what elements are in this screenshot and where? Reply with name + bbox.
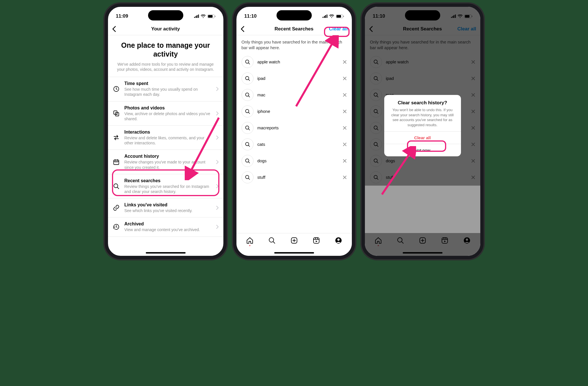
dynamic-island	[148, 10, 183, 20]
home-icon[interactable]	[246, 237, 254, 244]
chevron-right-icon	[216, 206, 219, 210]
row-subtitle: Review and delete likes, comments, and y…	[124, 135, 211, 146]
searches-list: apple watch ipad mac iphone	[236, 52, 352, 186]
svg-line-34	[248, 178, 250, 179]
search-icon	[113, 183, 120, 190]
search-row[interactable]: mac	[242, 87, 347, 103]
back-icon[interactable]	[240, 26, 244, 32]
remove-icon[interactable]	[343, 175, 347, 179]
row-title: Time spent	[124, 81, 211, 86]
dialog-clear-all-button[interactable]: Clear all	[384, 131, 461, 144]
dialog-text: You won't be able to undo this. If you c…	[389, 107, 456, 127]
cellular-icon	[323, 14, 327, 18]
search-term: cats	[257, 142, 339, 147]
hero: One place to manage your activity We've …	[108, 35, 223, 77]
home-indicator	[146, 252, 186, 254]
back-icon[interactable]	[112, 26, 116, 32]
remove-icon[interactable]	[343, 60, 347, 64]
search-icon	[242, 122, 254, 134]
row-title: Account history	[124, 154, 211, 159]
media-icon	[113, 110, 120, 117]
svg-line-30	[248, 145, 250, 146]
row-subtitle: View, archive or delete photos and video…	[124, 111, 211, 121]
row-archived[interactable]: Archived View and manage content you've …	[108, 217, 223, 236]
battery-icon	[336, 14, 344, 18]
remove-icon[interactable]	[343, 109, 347, 113]
svg-line-22	[248, 79, 250, 80]
row-title: Recent searches	[124, 178, 211, 183]
phone-recent-searches: 11:10 Recent Searches Clear all Only thi…	[233, 3, 355, 259]
search-icon	[242, 171, 254, 183]
svg-point-12	[117, 162, 118, 163]
row-title: Photos and videos	[124, 105, 211, 111]
cellular-icon	[194, 14, 199, 18]
row-title: Interactions	[124, 130, 211, 135]
battery-icon	[207, 14, 215, 18]
remove-icon[interactable]	[343, 93, 347, 97]
chevron-right-icon	[216, 160, 219, 164]
search-icon	[242, 89, 254, 101]
svg-point-45	[337, 238, 340, 241]
svg-line-36	[273, 242, 275, 243]
wifi-icon	[201, 14, 206, 18]
svg-line-24	[248, 96, 250, 97]
chevron-right-icon	[216, 111, 219, 116]
remove-icon[interactable]	[343, 76, 347, 80]
chevron-right-icon	[216, 87, 219, 91]
chevron-right-icon	[216, 184, 219, 188]
search-icon	[242, 105, 254, 117]
svg-line-32	[248, 162, 250, 163]
confirm-dialog: Clear search history? You won't be able …	[384, 95, 461, 156]
search-term: dogs	[257, 158, 339, 163]
svg-point-10	[115, 162, 115, 163]
search-row[interactable]: ipad	[242, 70, 347, 87]
search-term: ipad	[257, 76, 339, 81]
remove-icon[interactable]	[343, 142, 347, 146]
svg-rect-2	[215, 16, 215, 17]
search-row[interactable]: macreports	[242, 120, 347, 136]
search-term: apple watch	[257, 59, 339, 64]
row-subtitle: Review things you've searched for on Ins…	[124, 184, 211, 194]
row-account-history[interactable]: Account history Review changes you've ma…	[108, 150, 223, 174]
header: Recent Searches Clear all	[236, 23, 352, 35]
search-row[interactable]: iphone	[242, 103, 347, 120]
dynamic-island	[405, 10, 440, 20]
page-title: Your activity	[151, 26, 180, 32]
chevron-right-icon	[216, 135, 219, 140]
svg-line-28	[248, 129, 250, 130]
phone-activity: 11:09 Your activity One place to manage …	[105, 3, 227, 259]
row-time-spent[interactable]: Time spent See how much time you usually…	[108, 77, 223, 101]
dialog-not-now-button[interactable]: Not now	[384, 144, 461, 156]
hero-subtitle: We've added more tools for you to review…	[115, 62, 217, 72]
svg-line-14	[117, 187, 119, 189]
search-icon[interactable]	[268, 237, 276, 244]
page-title: Recent Searches	[275, 26, 313, 32]
remove-icon[interactable]	[343, 159, 347, 163]
row-interactions[interactable]: Interactions Review and delete likes, co…	[108, 126, 223, 150]
link-icon	[113, 204, 120, 211]
search-icon	[242, 72, 254, 84]
info-text: Only things you have searched for in the…	[236, 35, 352, 52]
search-row[interactable]: apple watch	[242, 54, 347, 70]
row-title: Archived	[124, 221, 211, 227]
remove-icon[interactable]	[343, 126, 347, 130]
clock: 11:09	[116, 13, 128, 19]
row-recent-searches[interactable]: Recent searches Review things you've sea…	[108, 174, 223, 198]
search-row[interactable]: stuff	[242, 169, 347, 186]
create-icon[interactable]	[290, 237, 298, 244]
row-links-you-ve-visited[interactable]: Links you've visited See which links you…	[108, 198, 223, 217]
row-subtitle: See which links you've visited recently.	[124, 208, 211, 213]
row-photos-and-videos[interactable]: Photos and videos View, archive or delet…	[108, 101, 223, 126]
activity-list: Time spent See how much time you usually…	[108, 77, 223, 236]
reels-icon[interactable]	[313, 237, 320, 244]
header: Your activity	[108, 23, 223, 35]
row-title: Links you've visited	[124, 202, 211, 207]
search-row[interactable]: cats	[242, 136, 347, 153]
arrows-icon	[113, 134, 120, 141]
home-indicator	[274, 252, 314, 254]
profile-icon[interactable]	[335, 237, 342, 244]
clear-all-button[interactable]: Clear all	[329, 26, 348, 32]
calendar-icon	[113, 159, 120, 165]
chevron-right-icon	[216, 225, 219, 229]
search-row[interactable]: dogs	[242, 153, 347, 169]
